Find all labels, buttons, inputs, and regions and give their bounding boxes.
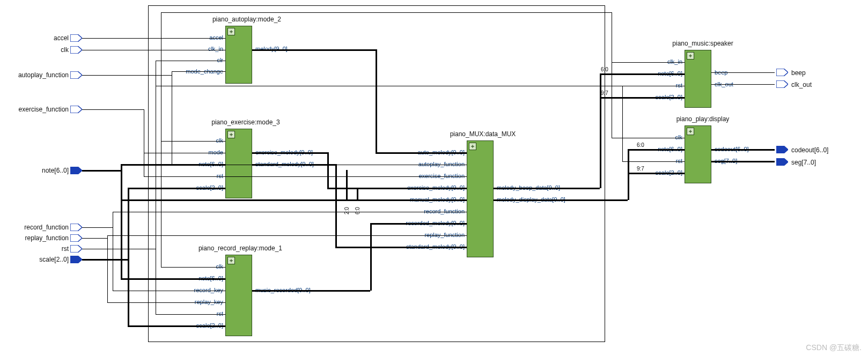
wire	[128, 188, 225, 189]
port-mux-autof: autoplay_function	[391, 161, 465, 167]
expand-icon[interactable]: ＋	[687, 128, 694, 135]
expand-icon[interactable]: ＋	[687, 52, 694, 60]
wire	[82, 38, 225, 39]
wire	[82, 50, 225, 50]
wire	[144, 109, 144, 176]
bus-20: 2:0	[344, 207, 350, 214]
pin-note	[70, 167, 82, 174]
bus-97b: 9:7	[637, 166, 644, 172]
bus-60a: 6:0	[601, 66, 608, 72]
pin-beep	[776, 69, 788, 76]
port-spk-clk-in: clk_in	[637, 58, 682, 65]
label-exercise-function: exercise_function	[0, 106, 69, 113]
pin-codeout	[776, 146, 788, 153]
wire	[622, 161, 685, 162]
title-exercise: piano_exercise:mode_3	[192, 118, 299, 126]
label-replay-function: replay_function	[0, 234, 69, 242]
wire	[711, 84, 775, 85]
label-rst: rst	[0, 245, 69, 253]
wire	[357, 188, 358, 200]
title-display: piano_play:display	[649, 115, 756, 123]
wire	[252, 49, 376, 51]
expand-icon[interactable]: ＋	[227, 28, 235, 35]
pin-clk	[70, 46, 82, 54]
wire	[161, 267, 225, 268]
wire	[252, 164, 335, 166]
block-record[interactable]: ＋	[225, 255, 252, 336]
wire	[376, 49, 377, 153]
wire	[161, 50, 161, 267]
pin-exercise-function	[70, 106, 82, 113]
wire	[82, 109, 144, 110]
block-mux[interactable]: ＋	[467, 140, 494, 257]
wire	[161, 12, 161, 50]
watermark: CSDN @五碳糖.	[806, 343, 862, 353]
svg-marker-1	[70, 46, 82, 54]
block-speaker[interactable]: ＋	[685, 50, 711, 108]
wire	[82, 259, 129, 261]
wire	[82, 249, 156, 249]
svg-marker-11	[776, 146, 788, 153]
port-mux-repf: replay_function	[391, 232, 465, 238]
wire	[370, 223, 372, 291]
label-note: note[6..0]	[0, 167, 69, 174]
title-record: piano_record_replay:mode_1	[187, 244, 294, 252]
port-rec-rst: rst	[178, 310, 223, 317]
label-clk: clk	[0, 46, 69, 54]
block-exercise[interactable]: ＋	[225, 129, 252, 198]
expand-icon[interactable]: ＋	[227, 131, 235, 138]
wire	[376, 152, 467, 154]
wire	[600, 97, 685, 99]
wire	[711, 72, 775, 73]
port-mux-recf: record_function	[391, 208, 465, 214]
wire	[156, 176, 225, 177]
wire	[121, 164, 225, 166]
label-clk-out: clk_out	[791, 81, 856, 88]
pin-autoplay-function	[70, 71, 82, 79]
wire	[156, 61, 225, 61]
port-ex-mode: mode	[178, 149, 223, 155]
wire	[156, 86, 622, 86]
svg-marker-2	[70, 71, 82, 79]
pin-clk-out	[776, 80, 788, 88]
svg-marker-10	[776, 80, 788, 88]
pin-replay-function	[70, 234, 82, 242]
label-accel: accel	[0, 34, 69, 42]
svg-marker-4	[70, 167, 82, 174]
title-speaker: piano_music:speaker	[649, 40, 756, 47]
port-mux-exf: exercise_function	[391, 173, 465, 179]
wire	[121, 278, 225, 280]
svg-marker-12	[776, 158, 788, 166]
wire	[494, 199, 628, 201]
wire	[711, 161, 775, 162]
wire	[113, 212, 113, 291]
bus-60c: 6:0	[355, 207, 361, 214]
port-autoplay-accel: accel	[178, 34, 223, 41]
svg-marker-9	[776, 69, 788, 76]
wire	[107, 235, 467, 236]
wire	[113, 291, 225, 291]
expand-icon[interactable]: ＋	[469, 143, 476, 150]
wire	[82, 75, 172, 76]
wire	[128, 325, 225, 327]
wire	[622, 86, 685, 86]
pin-rst	[70, 245, 82, 253]
port-autoplay-clr: clr	[178, 57, 223, 63]
label-scale: scale[2..0]	[0, 256, 69, 263]
expand-icon[interactable]: ＋	[227, 257, 235, 264]
label-codeout: codeout[6..0]	[791, 146, 866, 154]
block-autoplay[interactable]: ＋	[225, 26, 252, 84]
schematic-canvas[interactable]: { "inputs": { "accel": "accel", "clk": "…	[0, 0, 868, 356]
wire	[370, 223, 467, 225]
pin-seg	[776, 158, 788, 166]
wire	[628, 149, 629, 200]
block-display[interactable]: ＋	[685, 125, 711, 183]
wire	[628, 173, 685, 174]
label-beep: beep	[791, 69, 856, 77]
wire	[628, 149, 685, 151]
label-autoplay-function: autoplay_function	[0, 71, 69, 79]
port-ex-clk: clk	[178, 137, 223, 144]
wire	[161, 12, 612, 13]
port-autoplay-melody: melody[9..0]	[255, 46, 288, 52]
wire	[327, 152, 329, 188]
